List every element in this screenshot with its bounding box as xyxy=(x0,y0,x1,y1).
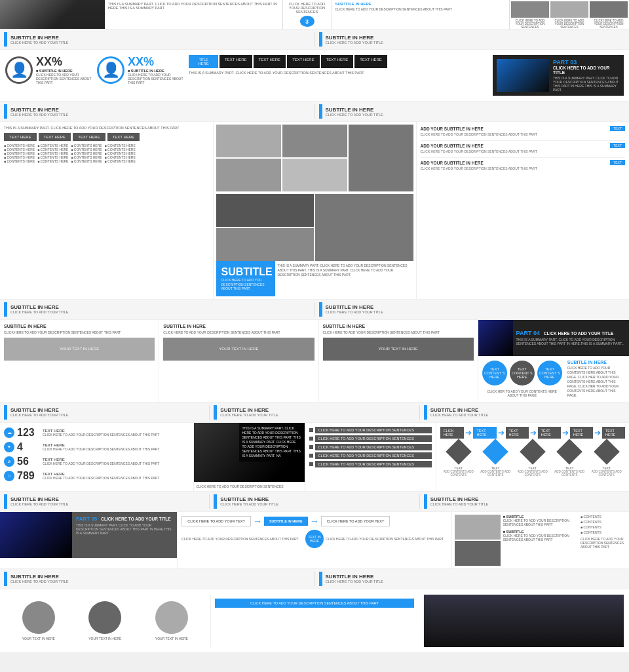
content-middle: SUBTITLE CLICK HERE TO ADD YOU DESCRIPTI… xyxy=(214,122,417,299)
stat-row-1: ☁ 123 TEXT HERE CLICK HERE TO ADD YOUR D… xyxy=(4,427,189,439)
photo-text-1: CLICK HERE TO ADD YOUR DESCRIPTION SENTE… xyxy=(511,19,549,29)
stats-main-row: ☁ 123 TEXT HERE CLICK HERE TO ADD YOUR D… xyxy=(0,423,629,492)
title-box-4: TEXT HERE xyxy=(287,55,320,68)
bottom-circle-img-3 xyxy=(155,601,188,634)
sec-sub-d2: CLICK HERE TO ADD YOUR TITLE xyxy=(220,413,278,417)
sec-title-e2: SUBTITLE IN HERE xyxy=(220,496,278,502)
col2-title: SUBTITLE IN HERE xyxy=(163,324,314,328)
section-header-row-b: SUBTITLE IN HERE CLICK HERE TO ADD YOUR … xyxy=(0,102,629,122)
part5-num-label: PART 05 xyxy=(76,516,97,522)
stat-icon-2: ✦ xyxy=(4,442,14,452)
text-btn-3[interactable]: TEXT HERE xyxy=(73,133,105,141)
bottom-main-row: YOUR TEXT IN HERE YOUR TEXT IN HERE YOUR… xyxy=(0,589,629,653)
title-box-3: TEXT HERE xyxy=(254,55,286,68)
col3-text-box-label: YOUR TEXT IN HERE xyxy=(379,347,418,351)
arrow-icon-2: ➔ xyxy=(498,428,505,437)
col2-text-box: YOUR TEXT IN HERE xyxy=(163,338,314,361)
col1-title: SUBTITLE IN HERE xyxy=(4,324,155,328)
process-arrow-1: → xyxy=(253,516,262,526)
banner-image xyxy=(0,0,105,29)
process-box-1: CLICK HERE TO ADD YOUR TEXT xyxy=(181,516,251,526)
click-desc-bullet-4 xyxy=(309,454,313,458)
stat-desc-4: CLICK HERE TO ADD YOUR DESCRIPTION SENTE… xyxy=(43,476,159,480)
sec-header-d2: SUBTITLE IN HERE CLICK HERE TO ADD YOUR … xyxy=(210,405,419,420)
subtitle-large-section: SUBTITLE CLICK HERE TO ADD YOU DESCRIPTI… xyxy=(216,261,413,296)
blue-bar-e1 xyxy=(4,494,7,509)
circles-row: TEXT CONTENT S HERE TEXT CONTENT S HERE … xyxy=(478,356,629,402)
collage2-photo-2 xyxy=(315,194,413,261)
col3-text-box: YOUR TEXT IN HERE xyxy=(323,338,474,361)
bottom-click-btn[interactable]: CLICK HERE TO ADD YOUR DESCRIPTION SENTE… xyxy=(215,599,415,608)
arrow-icon-5: ➔ xyxy=(594,428,601,437)
text-btn-1[interactable]: TEXT HERE xyxy=(4,133,37,141)
photo-text-3: CLICK HERE TO ADD YOUR DESCRIPTION SENTE… xyxy=(590,19,628,29)
sec-title-d2: SUBTITLE IN HERE xyxy=(220,407,278,413)
bottom-circle-img-2 xyxy=(88,601,121,634)
process-steps-section: CLICK HERE TO ADD YOUR TEXT → SUBTITLE I… xyxy=(178,512,451,568)
click-desc-text-1: CLICK HERE TO ADD YOUR DESCRIPTION SENTE… xyxy=(315,427,432,433)
three-col-1: SUBTITLE IN HERE CLICK HERE TO ADD YOUR … xyxy=(0,320,159,402)
blue-bar-d3 xyxy=(424,405,427,420)
blue-bar-e3 xyxy=(424,494,427,509)
diamond-sublabel-2: ADD CONTENTS ADD CONTENTS xyxy=(477,470,514,477)
part4-title: CLICK HERE TO ADD YOUR TITLE xyxy=(544,331,613,336)
arrow-box-3: TEXT HERE xyxy=(506,427,529,439)
sec-header-e1: SUBTITLE IN HERE CLICK HERE TO ADD YOUR … xyxy=(0,494,210,509)
three-col-2: SUBTITLE IN HERE CLICK HERE TO ADD YOUR … xyxy=(159,320,318,402)
part5-num: PART 05 CLICK HERE TO ADD YOUR TITLE xyxy=(76,516,173,522)
sec-sub-c1: CLICK HERE TO ADD YOUR TITLE xyxy=(10,310,69,314)
contents-item-2: ■ CONTENTS xyxy=(581,520,626,524)
content-list-3: ■ CONTENTS HERE ■ CONTENTS HERE ■ CONTEN… xyxy=(71,144,102,163)
stat-num-3: 56 xyxy=(17,456,40,467)
add-subtitle-2: ADD YOUR SUBTITLE IN HERE TEXT CLICK HER… xyxy=(421,143,626,153)
process-box-3: CLICK HERE TO ADD YOUR TEXT xyxy=(321,516,391,526)
title-boxes-section: TITLEHERE TEXT HERE TEXT HERE TEXT HERE … xyxy=(189,55,487,75)
photo-img-1 xyxy=(511,1,549,18)
arrow-box-4: TEXT HERE xyxy=(538,427,561,439)
sec-title-a1: SUBTITLE IN HERE xyxy=(10,35,69,41)
sec-header-a1: SUBTITLE IN HERE CLICK HERE TO ADD YOUR … xyxy=(0,32,315,47)
sec-sub-f1: CLICK HERE TO ADD YOUR TITLE xyxy=(10,580,69,583)
infographic-row: 👤 XX% ■ SUBTITLE IN HERE CLICK HERE TO A… xyxy=(0,50,629,102)
photo-block-1: CLICK HERE TO ADD YOUR DESCRIPTION SENTE… xyxy=(511,1,549,28)
collage-photo-4 xyxy=(216,159,281,191)
click-desc-section: CLICK HERE TO ADD YOUR DESCRIPTION SENTE… xyxy=(305,423,436,491)
subtitle-large-right-desc: THIS IS A SUMMARY PART. CLICK HERE TO AD… xyxy=(275,261,413,296)
stat-num-1: 123 xyxy=(17,427,40,439)
sec-sub-f2: CLICK HERE TO ADD YOUR TITLE xyxy=(326,580,384,583)
add-subtitle-desc-2: CLICK HERE TO ADD YOUR DESCRIPTION SENTE… xyxy=(421,149,626,153)
sec-header-d1: SUBTITLE IN HERE CLICK HERE TO ADD YOUR … xyxy=(0,405,210,420)
title-box-2: TEXT HERE xyxy=(219,55,252,68)
sec-header-e3: SUBTITLE IN HERE CLICK HERE TO ADD YOUR … xyxy=(420,494,629,509)
sec-title-d1: SUBTITLE IN HERE xyxy=(10,407,69,413)
arrows-section: CLICK HERE ➔ TEXT HERE ➔ TEXT HERE ➔ TEX… xyxy=(436,423,630,491)
title-box-5: TEXT HERE xyxy=(321,55,354,68)
arrow-box-5: TEXT HERE xyxy=(570,427,593,439)
text-btn-2[interactable]: TEXT HERE xyxy=(39,133,71,141)
diamond-2: TEXT ADD CONTENTS ADD CONTENTS xyxy=(477,443,514,477)
sec-sub-d1: CLICK HERE TO ADD YOUR TITLE xyxy=(10,413,69,417)
text-btn-4[interactable]: TEXT HERE xyxy=(107,133,140,141)
process-arrow-2: → xyxy=(310,516,319,526)
collage-photo-5 xyxy=(282,159,347,191)
add-subtitle-desc-3: CLICK HERE TO ADD YOUR DESCRIPTION SENTE… xyxy=(421,167,626,170)
sec-title-c1: SUBTITLE IN HERE xyxy=(10,304,69,310)
bottom-circle-img-1 xyxy=(22,601,55,634)
add-subtitle-header-1: ADD YOUR SUBTITLE IN HERE TEXT xyxy=(421,126,626,131)
add-subtitle-title-3: ADD YOUR SUBTITLE IN HERE xyxy=(421,161,484,165)
click-desc-bullet-5 xyxy=(309,462,313,466)
photo-summary-text: THIS IS A SUMMARY PART. CLICK HERE TO AD… xyxy=(242,426,301,458)
sec-header-f2: SUBTITLE IN HERE CLICK HERE TO ADD YOUR … xyxy=(315,572,630,586)
subtitle-large-desc: CLICK HERE TO ADD YOU DESCRIPTION SENTEN… xyxy=(221,278,270,291)
title-box-1: TITLEHERE xyxy=(189,55,218,68)
diamond-4: TEXT ADD CONTENTS ADD CONTENTS xyxy=(551,443,588,477)
click-desc-item-2: CLICK HERE TO ADD YOUR DESCRIPTION SENTE… xyxy=(309,435,432,442)
section-header-row-d: SUBTITLE IN HERE CLICK HERE TO ADD YOUR … xyxy=(0,403,629,423)
section-header-row-c: SUBTITLE IN HERE CLICK HERE TO ADD YOUR … xyxy=(0,300,629,320)
part4-image xyxy=(478,320,513,356)
click-desc-text-2: CLICK HERE TO ADD YOUR DESCRIPTION SENTE… xyxy=(315,435,432,442)
part4-num: PART 04 xyxy=(516,330,540,336)
circle-item-2: TEXT CONTENT S HERE xyxy=(510,361,535,387)
sec-title-f1: SUBTITLE IN HERE xyxy=(10,574,69,580)
banner-click-add2: CLICK HERE TO ADD YOUR DESCRIPTION SENTE… xyxy=(335,7,506,11)
